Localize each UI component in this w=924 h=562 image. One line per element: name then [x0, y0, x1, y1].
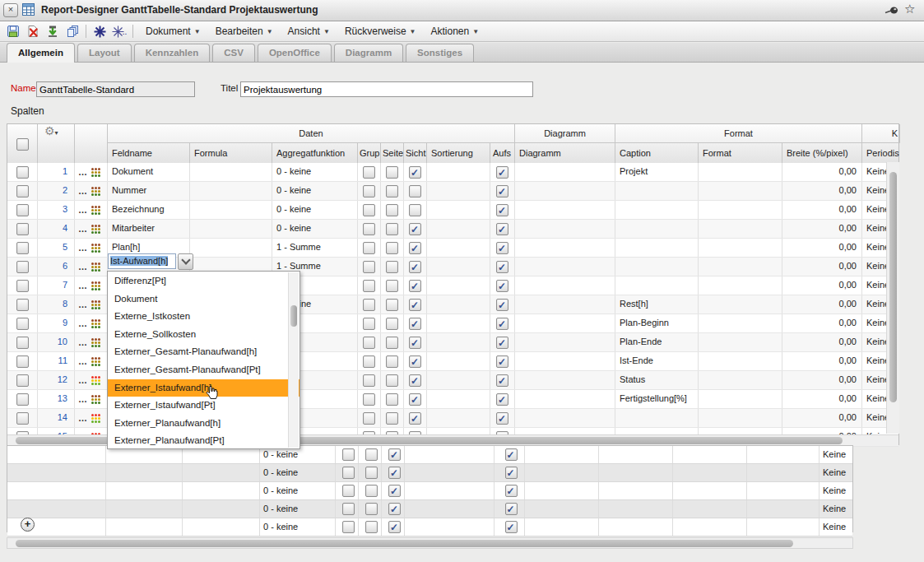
tab[interactable]: Layout [77, 44, 132, 62]
vertical-scrollbar-thumb[interactable] [889, 172, 897, 402]
sortierung-cell[interactable] [427, 220, 490, 238]
periodis-cell[interactable]: Keine [820, 518, 852, 536]
breite-cell[interactable]: 0,00 [782, 220, 862, 238]
format-cell[interactable] [699, 314, 782, 332]
sortierung-cell[interactable] [427, 258, 490, 276]
caption-cell[interactable]: Plan-Beginn [615, 314, 699, 332]
diagramm-cell[interactable] [515, 409, 615, 427]
burst-outline-icon[interactable]: .. [111, 24, 128, 39]
menu-item[interactable]: Aktionen▼ [431, 26, 480, 37]
row-select-checkbox[interactable] [16, 242, 29, 254]
aufs-checkbox[interactable] [496, 185, 508, 197]
add-row-button[interactable]: + [21, 518, 35, 532]
diagramm-cell[interactable] [515, 182, 615, 200]
diagramm-cell[interactable] [515, 220, 615, 238]
feldname-combobox[interactable]: Ist-Aufwand[h] [108, 253, 193, 269]
grup-checkbox[interactable] [363, 204, 375, 216]
aufs-checkbox[interactable] [496, 223, 508, 235]
row-menu-ellipsis[interactable]: … [78, 353, 88, 370]
format-cell[interactable] [699, 371, 782, 389]
sicht-checkbox[interactable] [388, 521, 401, 533]
pin-icon[interactable] [885, 6, 899, 16]
diagramm-cell[interactable] [515, 258, 615, 276]
periodis-cell[interactable]: Keine [820, 482, 852, 499]
row-select-checkbox[interactable] [16, 337, 29, 349]
tab[interactable]: Kennzahlen [134, 44, 211, 62]
tab[interactable]: CSV [212, 44, 255, 62]
tab[interactable]: Sonstiges [406, 44, 474, 62]
format-cell[interactable] [699, 258, 782, 276]
feldname-cell[interactable] [106, 464, 183, 481]
sicht-checkbox[interactable] [409, 412, 421, 425]
diagramm-cell[interactable] [515, 371, 615, 389]
vertical-scrollbar[interactable] [886, 162, 899, 434]
breite-cell[interactable]: 0,00 [782, 163, 862, 181]
dropdown-item[interactable]: Externe_Istkosten [108, 308, 299, 326]
aufs-checkbox[interactable] [505, 467, 518, 479]
col-sortierung[interactable]: Sortierung [427, 143, 490, 163]
aufs-checkbox[interactable] [496, 412, 508, 425]
col-caption[interactable]: Caption [615, 143, 699, 163]
grup-checkbox[interactable] [342, 467, 355, 479]
name-input[interactable] [36, 81, 195, 97]
grup-checkbox[interactable] [363, 393, 375, 406]
row-select-checkbox[interactable] [16, 318, 29, 330]
breite-cell[interactable]: 0,00 [782, 258, 862, 276]
row-menu-ellipsis[interactable]: … [78, 239, 88, 257]
tab[interactable]: Allgemein [7, 43, 75, 63]
grup-checkbox[interactable] [363, 299, 375, 311]
row-menu-ellipsis[interactable]: … [78, 164, 88, 181]
periodis-cell[interactable]: Keine [820, 464, 852, 481]
aufs-checkbox[interactable] [496, 280, 508, 292]
formula-cell[interactable] [183, 482, 260, 499]
diagramm-cell[interactable] [515, 333, 615, 351]
seite-checkbox[interactable] [386, 166, 398, 179]
caption-cell[interactable]: Status [615, 371, 699, 389]
format-cell[interactable] [699, 409, 782, 427]
grup-checkbox[interactable] [363, 223, 375, 235]
sortierung-cell[interactable] [427, 201, 490, 219]
row-select-checkbox[interactable] [16, 261, 29, 273]
breite-cell[interactable]: 0,00 [782, 333, 862, 351]
aggregat-cell[interactable]: 0 - keine [272, 163, 358, 181]
grup-checkbox[interactable] [363, 318, 375, 330]
row-menu-ellipsis[interactable]: … [78, 221, 88, 238]
grup-checkbox[interactable] [363, 355, 375, 368]
seite-checkbox[interactable] [386, 261, 398, 273]
diagramm-cell[interactable] [515, 314, 615, 332]
caption-cell[interactable]: Plan-Ende [615, 333, 699, 351]
dropdown-item[interactable]: Externe_Sollkosten [108, 326, 299, 344]
grup-checkbox[interactable] [342, 485, 355, 497]
row-menu-ellipsis[interactable]: … [78, 183, 88, 200]
star-icon[interactable]: ☆ [904, 2, 915, 16]
grup-checkbox[interactable] [363, 185, 375, 197]
aufs-checkbox[interactable] [496, 393, 508, 406]
sicht-checkbox[interactable] [388, 503, 401, 515]
seite-checkbox[interactable] [365, 485, 378, 497]
aufs-checkbox[interactable] [496, 166, 508, 179]
col-sicht[interactable]: Sicht [404, 143, 427, 163]
sicht-checkbox[interactable] [409, 337, 421, 349]
sicht-checkbox[interactable] [388, 448, 401, 461]
sicht-checkbox[interactable] [409, 393, 421, 406]
formula-cell[interactable] [190, 182, 272, 200]
format-cell[interactable] [699, 163, 782, 181]
row-menu-ellipsis[interactable]: … [78, 296, 88, 314]
burst-icon[interactable] [91, 24, 108, 39]
sicht-checkbox[interactable] [409, 185, 421, 197]
seite-checkbox[interactable] [386, 318, 398, 330]
sortierung-cell[interactable] [427, 163, 490, 181]
dropdown-scrollbar[interactable] [288, 272, 299, 448]
seite-checkbox[interactable] [386, 204, 398, 216]
format-cell[interactable] [699, 201, 782, 219]
row-select-checkbox[interactable] [16, 185, 29, 197]
sortierung-cell[interactable] [427, 295, 490, 314]
row-select-checkbox[interactable] [16, 166, 29, 179]
copy-icon[interactable] [64, 24, 81, 39]
grup-checkbox[interactable] [363, 337, 375, 349]
menu-item[interactable]: Bearbeiten▼ [216, 26, 273, 37]
caption-cell[interactable]: Ist-Ende [615, 352, 699, 370]
aggregat-cell[interactable]: 0 - keine [260, 500, 336, 518]
seite-checkbox[interactable] [365, 448, 378, 461]
diagramm-cell[interactable] [515, 163, 615, 181]
